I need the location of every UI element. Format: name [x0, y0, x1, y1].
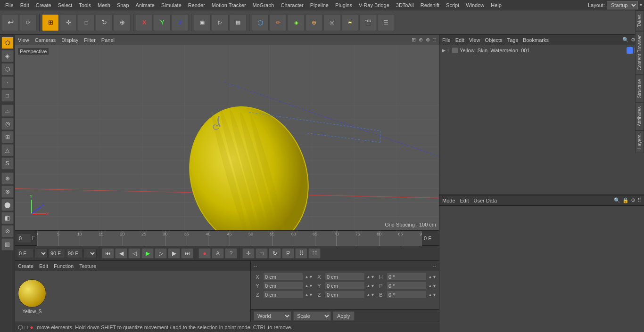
- tab-content-browser[interactable]: Content Browser: [635, 35, 644, 75]
- z-pos-input[interactable]: [263, 291, 303, 299]
- world-select[interactable]: World: [254, 311, 291, 321]
- x-axis-button[interactable]: X: [136, 14, 153, 31]
- spline-button[interactable]: ✏: [270, 14, 287, 31]
- menu-render[interactable]: Render: [185, 1, 208, 9]
- x-pos-arrow[interactable]: ▲▼: [304, 273, 314, 281]
- nurbs-button[interactable]: ◈: [288, 14, 305, 31]
- layout-select[interactable]: Startup: [607, 1, 638, 9]
- viewport-icon-3[interactable]: ⊗: [426, 37, 430, 43]
- menu-mesh[interactable]: Mesh: [94, 1, 114, 9]
- light-button[interactable]: ☀: [341, 14, 358, 31]
- playback-end-frame-2[interactable]: [66, 249, 83, 258]
- menu-character[interactable]: Character: [277, 1, 306, 9]
- render-region-button[interactable]: ▣: [194, 14, 211, 31]
- help-button[interactable]: ?: [225, 248, 237, 259]
- use-model-button[interactable]: ⬡: [1, 37, 14, 49]
- play-button[interactable]: ▶: [141, 248, 154, 259]
- attr-search-icon[interactable]: 🔍: [614, 197, 620, 203]
- goto-end-button[interactable]: ⏭: [181, 248, 193, 259]
- material-menu-texture[interactable]: Texture: [79, 263, 96, 269]
- menu-plugins[interactable]: Plugins: [332, 1, 355, 9]
- obj-header-objects[interactable]: Objects: [485, 37, 502, 43]
- attr-menu-userdata[interactable]: User Data: [474, 198, 497, 203]
- tab-layers[interactable]: Layers: [635, 130, 644, 153]
- obj-header-edit[interactable]: Edit: [455, 37, 464, 43]
- viewport-menu-view[interactable]: View: [18, 37, 29, 43]
- menu-3dtoall[interactable]: 3DToAll: [393, 1, 417, 9]
- b-input[interactable]: [387, 291, 427, 299]
- viewport-icon-4[interactable]: □: [433, 37, 436, 43]
- render-view-button[interactable]: ▷: [212, 14, 229, 31]
- menu-file[interactable]: File: [2, 1, 17, 9]
- prev-frame-button[interactable]: ◀: [115, 248, 127, 259]
- tool8-button[interactable]: ◧: [1, 212, 14, 224]
- material-menu-function[interactable]: Function: [54, 263, 74, 269]
- record-button[interactable]: ●: [198, 248, 211, 259]
- playback-end-frame-1[interactable]: [49, 249, 65, 258]
- anim-button[interactable]: ☷: [308, 248, 321, 259]
- p-arrow[interactable]: ▲▼: [428, 282, 437, 290]
- tool2-button[interactable]: ⊞: [1, 131, 14, 143]
- menu-vray[interactable]: V-Ray Bridge: [355, 1, 393, 9]
- menu-help[interactable]: Help: [487, 1, 505, 9]
- goto-start-button[interactable]: ⏮: [102, 248, 114, 259]
- menu-edit[interactable]: Edit: [17, 1, 33, 9]
- tab-structure[interactable]: Structure: [635, 75, 644, 103]
- scale-tool-button[interactable]: □: [256, 248, 268, 259]
- use-edge-button[interactable]: ⬡: [1, 63, 14, 75]
- next-play-button[interactable]: ▷: [155, 248, 167, 259]
- h-input[interactable]: [387, 273, 427, 281]
- obj-header-bookmarks[interactable]: Bookmarks: [523, 37, 549, 43]
- viewport-menu-display[interactable]: Display: [61, 37, 78, 43]
- h-arrow[interactable]: ▲▼: [428, 273, 437, 281]
- playback-start-frame[interactable]: [17, 249, 33, 258]
- tool9-button[interactable]: ⊘: [1, 225, 14, 237]
- viewport-menu-filter[interactable]: Filter: [84, 37, 95, 43]
- scale-button[interactable]: □: [78, 14, 95, 31]
- apply-button[interactable]: Apply: [333, 311, 355, 321]
- material-menu-edit[interactable]: Edit: [39, 263, 48, 269]
- render-to-po-button[interactable]: ▦: [230, 14, 247, 31]
- tool10-button[interactable]: ▥: [1, 238, 14, 251]
- menu-tools[interactable]: Tools: [75, 1, 94, 9]
- softselect-button[interactable]: ⌓: [1, 105, 14, 117]
- use-mesh-button[interactable]: ◈: [1, 50, 14, 62]
- menu-redshift[interactable]: Redshift: [417, 1, 443, 9]
- viewport-menu-cameras[interactable]: Cameras: [35, 37, 56, 43]
- menu-motion-tracker[interactable]: Motion Tracker: [208, 1, 249, 9]
- y-rot-input[interactable]: [325, 282, 365, 290]
- attr-lock-icon[interactable]: 🔒: [622, 197, 629, 203]
- viewport-icon-1[interactable]: ⊞: [412, 37, 416, 43]
- menu-select[interactable]: Select: [55, 1, 76, 9]
- y-pos-arrow[interactable]: ▲▼: [304, 282, 314, 290]
- object-item-watermelon[interactable]: ▶ L Yellow_Skin_Watermelon_001: [440, 46, 643, 55]
- y-rot-arrow[interactable]: ▲▼: [366, 282, 375, 290]
- tool6-button[interactable]: ⊗: [1, 186, 14, 198]
- x-rot-input[interactable]: [325, 273, 365, 281]
- x-rot-arrow[interactable]: ▲▼: [366, 273, 375, 281]
- attr-menu-mode[interactable]: Mode: [442, 198, 455, 203]
- redo-button[interactable]: ⟳: [20, 14, 37, 31]
- menu-mograph[interactable]: MoGraph: [249, 1, 278, 9]
- attr-settings-icon[interactable]: ⚙: [631, 197, 636, 203]
- tab-attributes[interactable]: Attributes: [635, 102, 644, 130]
- material-item[interactable]: Yellow_S: [18, 279, 46, 314]
- use-poly-button[interactable]: □: [1, 89, 14, 102]
- tool3-button[interactable]: △: [1, 144, 14, 156]
- model-mode-button[interactable]: ⊞: [42, 14, 59, 31]
- camera-button[interactable]: ◎: [323, 14, 340, 31]
- attr-grid-icon[interactable]: ⠿: [637, 197, 641, 203]
- scene-button[interactable]: 🎬: [359, 14, 376, 31]
- rotate-button[interactable]: ↻: [96, 14, 113, 31]
- use-point-button[interactable]: ·: [1, 76, 14, 89]
- y-axis-button[interactable]: Y: [154, 14, 171, 31]
- move-button[interactable]: ✛: [60, 14, 77, 31]
- playback-fps-select[interactable]: [83, 249, 97, 258]
- menu-pipeline[interactable]: Pipeline: [307, 1, 332, 9]
- b-arrow[interactable]: ▲▼: [428, 291, 437, 299]
- obj-header-file[interactable]: File: [442, 37, 451, 43]
- z-axis-button[interactable]: Z: [172, 14, 189, 31]
- material-menu-create[interactable]: Create: [18, 263, 33, 269]
- deformer-button[interactable]: ⊛: [305, 14, 322, 31]
- viewport-icon-2[interactable]: ⊕: [419, 37, 423, 43]
